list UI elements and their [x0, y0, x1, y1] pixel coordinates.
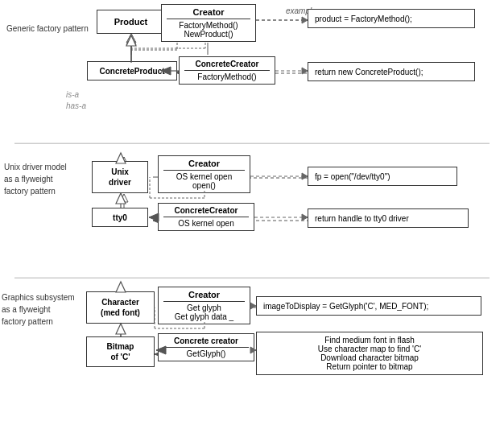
svg-marker-40	[126, 35, 136, 46]
result-box-6: Find medium font in flash Use character …	[256, 332, 483, 375]
glyph-creator-title: Creator	[163, 290, 245, 302]
character-title: Character(med font)	[101, 297, 140, 318]
section3-label: Graphics subsystemas a flyweightfactory …	[2, 291, 75, 328]
concrete-creator-box: ConcreteCreator FactoryMethod()	[179, 56, 275, 85]
concrete-creator-method: FactoryMethod()	[184, 72, 270, 81]
result-text-2: return new ConcreteProduct();	[315, 68, 423, 76]
svg-marker-58	[302, 173, 308, 180]
result-text-3: fp = open("/dev/tty0")	[315, 172, 390, 181]
is-a-label: is-a	[66, 90, 79, 99]
result-text-5: imageToDisplay = GetGlyph('C', MED_FONT)…	[263, 302, 428, 311]
concrete-creator-title: ConcreteCreator	[184, 60, 270, 71]
unix-cc-method: OS kernel open	[163, 219, 249, 228]
svg-marker-2	[127, 34, 135, 42]
result-text-6d: Return pointer to bitmap	[263, 362, 476, 371]
glyph-creator-box: Creator Get glyph Get glyph data _	[158, 287, 250, 324]
result-box-1: product = FactoryMethod();	[308, 9, 475, 28]
result-box-2: return new ConcreteProduct();	[308, 62, 475, 81]
product-box-title: Product	[114, 17, 148, 27]
unix-creator-title: Creator	[163, 159, 245, 171]
tty0-box: tty0	[92, 208, 148, 227]
concrete-creator2-box: Concrete creator GetGlyph()	[158, 333, 254, 361]
svg-marker-60	[302, 214, 308, 221]
result-text-1: product = FactoryMethod();	[315, 14, 412, 23]
cc2-method: GetGlyph()	[163, 349, 249, 358]
result-text-6c: Download character bitmap	[263, 353, 476, 362]
glyph-creator-m1: Get glyph	[163, 303, 245, 312]
unix-driver-title: Unixdriver	[109, 167, 131, 188]
svg-marker-14	[120, 194, 128, 202]
result-text-4: return handle to tty0 driver	[315, 214, 409, 223]
concrete-product-box: ConcreteProduct	[87, 61, 177, 80]
creator-title: Creator	[167, 7, 250, 19]
concrete-product-title: ConcreteProduct	[99, 67, 164, 76]
has-a-label: has-a	[66, 101, 86, 110]
bitmap-box: Bitmapof 'C'	[86, 336, 155, 367]
svg-marker-4	[126, 34, 136, 43]
creator-method1: FactoryMethod()	[167, 21, 250, 30]
svg-marker-67	[116, 324, 126, 334]
creator-methods: FactoryMethod() NewProduct()	[167, 21, 250, 39]
unix-concrete-creator-box: ConcreteCreator OS kernel open	[158, 203, 254, 231]
section2-label: Unix driver modelas a flyweightfactory p…	[4, 161, 67, 197]
unix-creator-m1: OS kernel open	[163, 172, 245, 181]
bitmap-title: Bitmapof 'C'	[107, 341, 134, 362]
product-box: Product	[97, 10, 165, 34]
result-box-3: fp = open("/dev/tty0")	[308, 167, 457, 186]
svg-marker-71	[250, 303, 256, 309]
unix-creator-box: Creator OS kernel open open()	[158, 155, 250, 193]
svg-marker-47	[302, 68, 308, 74]
svg-marker-54	[116, 193, 126, 204]
divider-2	[14, 278, 490, 279]
diagram-container: Generic factory pattern Product Creator …	[0, 0, 504, 421]
creator-method2: NewProduct()	[167, 30, 250, 39]
tty0-title: tty0	[113, 213, 127, 222]
section1-label: Generic factory pattern	[6, 23, 89, 35]
svg-marker-45	[302, 17, 308, 23]
creator-box: Creator FactoryMethod() NewProduct()	[161, 4, 256, 42]
svg-marker-29	[126, 35, 136, 45]
unix-creator-m2: open()	[163, 181, 245, 190]
unix-driver-box: Unixdriver	[92, 161, 148, 193]
glyph-creator-m2: Get glyph data _	[163, 312, 245, 321]
result-box-5: imageToDisplay = GetGlyph('C', MED_FONT)…	[256, 296, 481, 316]
unix-cc-title: ConcreteCreator	[163, 206, 249, 217]
result-text-6b: Use character map to find 'C'	[263, 345, 476, 353]
result-text-6a: Find medium font in flash	[263, 336, 476, 345]
result-box-4: return handle to tty0 driver	[308, 208, 469, 228]
svg-marker-23	[117, 325, 125, 333]
svg-marker-38	[127, 34, 135, 42]
character-box: Character(med font)	[86, 291, 155, 324]
divider-1	[14, 143, 490, 144]
cc2-title: Concrete creator	[163, 336, 249, 348]
